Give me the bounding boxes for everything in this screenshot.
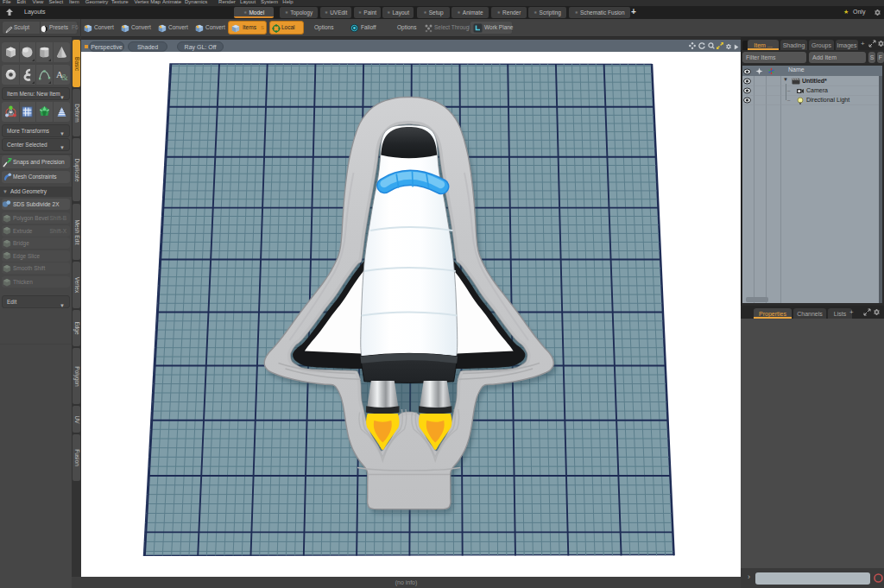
svg-text:&: &: [61, 73, 68, 81]
